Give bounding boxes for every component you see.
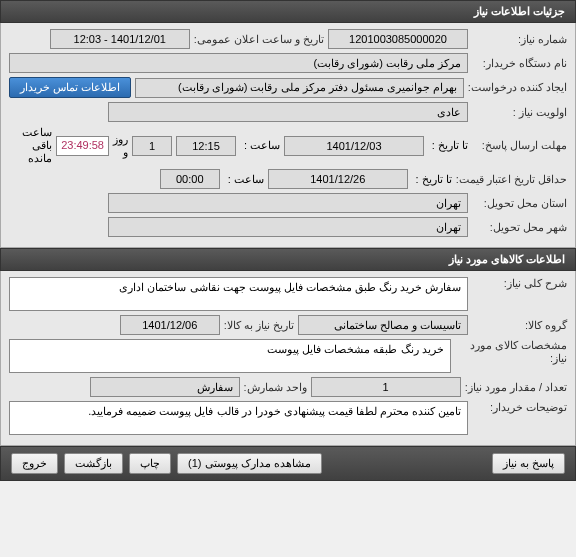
- print-button[interactable]: چاپ: [129, 453, 171, 474]
- general-desc-label: شرح کلی نیاز:: [472, 277, 567, 290]
- price-date-field: [268, 169, 408, 189]
- need-details-header: جزئیات اطلاعات نیاز: [0, 0, 576, 23]
- goods-spec-label: مشخصات کالای مورد نیاز:: [455, 339, 567, 365]
- countdown-timer: 23:49:58: [56, 136, 109, 156]
- reply-time-field: [176, 136, 236, 156]
- delivery-province-label: استان محل تحویل:: [472, 197, 567, 210]
- time-label-1: ساعت :: [240, 139, 280, 152]
- price-validity-label: حداقل تاریخ اعتبار قیمت:: [456, 173, 567, 186]
- quantity-label: تعداد / مقدار مورد نیاز:: [465, 381, 567, 394]
- unit-field: [90, 377, 240, 397]
- reply-date-field: [284, 136, 424, 156]
- buyer-org-label: نام دستگاه خریدار:: [472, 57, 567, 70]
- price-time-field: [160, 169, 220, 189]
- back-button[interactable]: بازگشت: [64, 453, 123, 474]
- delivery-province-field: [108, 193, 468, 213]
- public-datetime-label: تاریخ و ساعت اعلان عمومی:: [194, 33, 324, 46]
- need-number-field: [328, 29, 468, 49]
- goods-spec-field[interactable]: [9, 339, 451, 373]
- unit-label: واحد شمارش:: [244, 381, 307, 394]
- to-date-label-2: تا تاریخ :: [412, 173, 452, 186]
- exit-button[interactable]: خروج: [11, 453, 58, 474]
- goods-date-label: تاریخ نیاز به کالا:: [224, 319, 294, 332]
- delivery-city-field: [108, 217, 468, 237]
- days-count-field: [132, 136, 172, 156]
- priority-field: [108, 102, 468, 122]
- buyer-org-field: [9, 53, 468, 73]
- goods-group-field: [298, 315, 468, 335]
- goods-group-label: گروه کالا:: [472, 319, 567, 332]
- buyer-contact-button[interactable]: اطلاعات تماس خریدار: [9, 77, 131, 98]
- public-datetime-field: [50, 29, 190, 49]
- view-attachments-button[interactable]: مشاهده مدارک پیوستی (1): [177, 453, 322, 474]
- to-date-label-1: تا تاریخ :: [428, 139, 468, 152]
- reply-deadline-label: مهلت ارسال پاسخ:: [472, 139, 567, 152]
- time-label-2: ساعت :: [224, 173, 264, 186]
- goods-info-header: اطلاعات کالاهای مورد نیاز: [0, 248, 576, 271]
- goods-info-body: شرح کلی نیاز: گروه کالا: تاریخ نیاز به ک…: [0, 271, 576, 446]
- quantity-field: [311, 377, 461, 397]
- requester-field: [135, 78, 464, 98]
- remaining-label: ساعت باقی مانده: [9, 126, 52, 165]
- requester-label: ایجاد کننده درخواست:: [468, 81, 567, 94]
- goods-date-field: [120, 315, 220, 335]
- footer-bar: پاسخ به نیاز مشاهده مدارک پیوستی (1) چاپ…: [0, 446, 576, 481]
- need-details-body: شماره نیاز: تاریخ و ساعت اعلان عمومی: نا…: [0, 23, 576, 248]
- delivery-city-label: شهر محل تحویل:: [472, 221, 567, 234]
- buyer-notes-field[interactable]: [9, 401, 468, 435]
- reply-to-need-button[interactable]: پاسخ به نیاز: [492, 453, 565, 474]
- need-number-label: شماره نیاز:: [472, 33, 567, 46]
- buyer-notes-label: توضیحات خریدار:: [472, 401, 567, 414]
- days-label: روز و: [113, 133, 128, 159]
- general-desc-field[interactable]: [9, 277, 468, 311]
- priority-label: اولویت نیاز :: [472, 106, 567, 119]
